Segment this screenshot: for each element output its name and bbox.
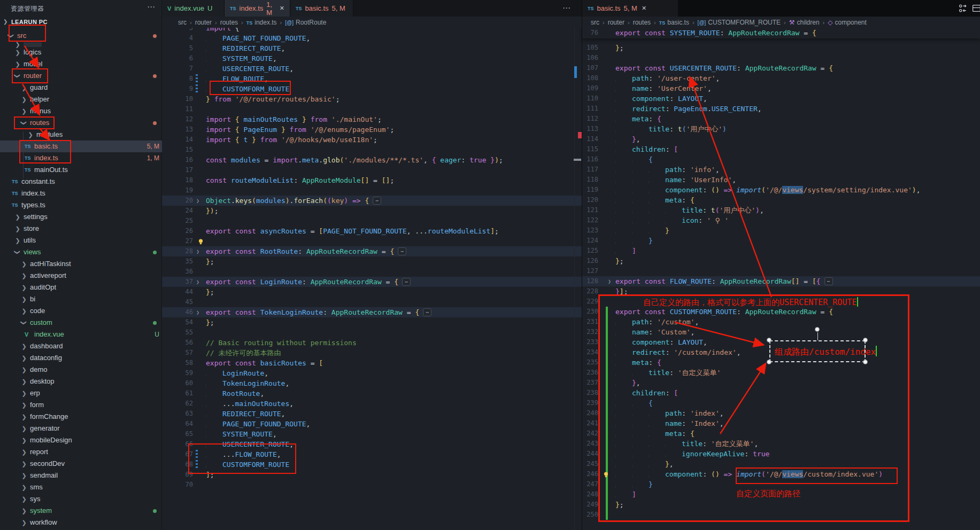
fold-chevron-icon[interactable]: ❯ — [196, 307, 199, 317]
sidebar-item-sys[interactable]: ❯sys — [0, 493, 162, 505]
code-line-65[interactable]: 65SYSTEM_ROUTE, — [162, 429, 582, 439]
code-line-19[interactable]: 19 — [162, 185, 582, 196]
code-line-110[interactable]: 110component: LAYOUT, — [582, 93, 980, 104]
code-line-7[interactable]: 7USERCENTER_ROUTE, — [162, 64, 582, 74]
code-line-17[interactable]: 17 — [162, 165, 582, 175]
code-line-64[interactable]: 64PAGE_NOT_FOUND_ROUTE, — [162, 419, 582, 429]
code-line-45[interactable]: 45 — [162, 297, 582, 307]
code-line-46[interactable]: 46❯export const TokenLoginRoute: AppRout… — [162, 307, 582, 317]
code-line-119[interactable]: 119component: () => import('/@/views/sys… — [582, 185, 980, 195]
sidebar-item-guard[interactable]: ❯guard — [0, 82, 162, 93]
sidebar-item-constant.ts[interactable]: TSconstant.ts — [0, 176, 162, 188]
code-line-16[interactable]: 16const modules = import.meta.glob('./mo… — [162, 155, 582, 165]
sidebar-item-generator[interactable]: ❯generator — [0, 423, 162, 434]
code-line-121[interactable]: 121title: t('用户中心'), — [582, 205, 980, 215]
code-line-44[interactable]: 44}; — [162, 287, 582, 297]
sidebar-item-types.ts[interactable]: TStypes.ts — [0, 199, 162, 211]
code-line-14[interactable]: 14import { t } from '/@/hooks/web/useI18… — [162, 135, 582, 145]
code-line-59[interactable]: 59LoginRoute, — [162, 368, 582, 378]
code-line-28[interactable]: 28❯export const RootRoute: AppRouteRecor… — [162, 246, 582, 256]
code-line-6[interactable]: 6SYSTEM_ROUTE, — [162, 53, 582, 64]
sidebar-item-desktop[interactable]: ❯desktop — [0, 376, 162, 387]
breadcrumb-item-children[interactable]: ⚒children — [789, 19, 820, 26]
breadcrumb-item-CUSTOMFORM_ROUTE[interactable]: [@]CUSTOMFORM_ROUTE — [698, 19, 781, 26]
sticky-scroll-line[interactable]: 76export const SYSTEM_ROUTE: AppRouteRec… — [582, 28, 980, 38]
resize-handle[interactable] — [863, 360, 868, 364]
code-line-107[interactable]: 107export const USERCENTER_ROUTE: AppRou… — [582, 63, 980, 73]
code-line-128[interactable]: 128❯export const FLOW_ROUTE: AppRouteRec… — [582, 276, 980, 286]
rotation-handle[interactable] — [815, 327, 820, 332]
code-line-54[interactable]: 54}; — [162, 317, 582, 328]
close-icon[interactable]: ✕ — [280, 5, 284, 12]
breadcrumb-item-RootRoute[interactable]: [@]RootRoute — [285, 19, 326, 26]
sidebar-item-mobileDesign[interactable]: ❯mobileDesign — [0, 434, 162, 446]
sidebar-item-bi[interactable]: ❯bi — [0, 293, 162, 305]
code-line-15[interactable]: 15 — [162, 145, 582, 155]
code-line-26[interactable]: 26export const asyncRoutes = [PAGE_NOT_F… — [162, 226, 582, 236]
code-line-112[interactable]: 112meta: { — [582, 114, 980, 124]
breadcrumb-item-src[interactable]: src — [591, 19, 599, 26]
code-line-113[interactable]: 113title: t('用户中心') — [582, 124, 980, 134]
sidebar-item-sendmail[interactable]: ❯sendmail — [0, 470, 162, 481]
breadcrumb-item-component[interactable]: ◇component — [828, 19, 867, 26]
resize-handle[interactable] — [767, 338, 771, 342]
sidebar-item-index.ts[interactable]: TSindex.ts — [0, 188, 162, 199]
code-line-106[interactable]: 106 — [582, 53, 980, 63]
sidebar-item-modules[interactable]: ❯modules — [0, 129, 162, 141]
folded-region-ellipsis[interactable]: ⋯ — [402, 278, 411, 286]
code-line-126[interactable]: 126}; — [582, 256, 980, 266]
resize-handle[interactable] — [767, 360, 771, 364]
sidebar-item-demo[interactable]: ❯demo — [0, 364, 162, 376]
breadcrumb-item-basic.ts[interactable]: TSbasic.ts — [659, 19, 689, 26]
tab-index.vue[interactable]: Vindex.vueU — [162, 0, 225, 17]
code-line-18[interactable]: 18const routeModuleList: AppRouteModule[… — [162, 175, 582, 185]
code-line-25[interactable]: 25 — [162, 216, 582, 226]
sidebar-item-activereport[interactable]: ❯activereport — [0, 270, 162, 282]
sidebar-item-menus[interactable]: ❯menus — [0, 105, 162, 117]
annotation-textbox[interactable] — [769, 340, 866, 362]
code-line-125[interactable]: 125] — [582, 246, 980, 256]
code-line-11[interactable]: 11 — [162, 104, 582, 114]
tab-basic.ts[interactable]: TSbasic.ts5, M✕ — [582, 0, 678, 17]
sidebar-item-logics[interactable]: ❯logics — [0, 46, 162, 58]
folded-region-ellipsis[interactable]: ⋯ — [423, 308, 431, 316]
code-line-76[interactable]: 76export const SYSTEM_ROUTE: AppRouteRec… — [582, 28, 980, 38]
resize-handle[interactable] — [863, 338, 868, 342]
lightbulb-icon[interactable] — [197, 238, 204, 245]
code-line-62[interactable]: 62...mainOutRoutes, — [162, 399, 582, 409]
sidebar-item-secondDev[interactable]: ❯secondDev — [0, 458, 162, 470]
fold-chevron-icon[interactable]: ❯ — [196, 196, 199, 206]
sidebar-item-custom[interactable]: ❯custom — [0, 317, 162, 329]
folded-region-ellipsis[interactable]: ⋯ — [398, 247, 406, 255]
code-line-60[interactable]: 60TokenLoginRoute, — [162, 378, 582, 388]
code-line-12[interactable]: 12import { mainOutRoutes } from './mainO… — [162, 114, 582, 124]
breadcrumb-item-routes[interactable]: routes — [220, 19, 238, 26]
editor-actions-more-icon[interactable]: ⋯ — [562, 3, 570, 13]
code-line-108[interactable]: 108path: '/user-center', — [582, 73, 980, 83]
sidebar-item-settings[interactable]: ❯settings — [0, 211, 162, 223]
breadcrumb-item-src[interactable]: src — [178, 19, 187, 26]
split-layout-icon[interactable] — [972, 4, 980, 13]
sidebar-item-erp[interactable]: ❯erp — [0, 387, 162, 399]
sidebar-item-actHiTaskinst[interactable]: ❯actHiTaskinst — [0, 258, 162, 270]
fold-chevron-icon[interactable]: ❯ — [608, 276, 611, 286]
code-line-109[interactable]: 109name: 'UserCenter', — [582, 83, 980, 93]
fold-chevron-icon[interactable]: ❯ — [196, 246, 199, 256]
code-line-123[interactable]: 123} — [582, 225, 980, 236]
code-line-124[interactable]: 124} — [582, 236, 980, 246]
sidebar-item-utils[interactable]: ❯utils — [0, 235, 162, 246]
code-line-111[interactable]: 111redirect: PageEnum.USER_CENTER, — [582, 104, 980, 114]
code-line-4[interactable]: 4PAGE_NOT_FOUND_ROUTE, — [162, 33, 582, 43]
code-line-27[interactable]: 27 — [162, 236, 582, 246]
code-line-37[interactable]: 37❯export const LoginRoute: AppRouteReco… — [162, 277, 582, 287]
sidebar-item-mainOut.ts[interactable]: TSmainOut.ts — [0, 164, 162, 176]
code-line-5[interactable]: 5REDIRECT_ROUTE, — [162, 43, 582, 53]
code-line-117[interactable]: 117path: 'info', — [582, 165, 980, 175]
sidebar-item-index.vue[interactable]: Vindex.vueU — [0, 329, 162, 340]
tab-basic.ts[interactable]: TSbasic.ts5, M — [290, 0, 353, 17]
code-line-105[interactable]: 105}; — [582, 43, 980, 53]
code-line-57[interactable]: 57// 未经许可的基本路由 — [162, 348, 582, 358]
breadcrumb-item-router[interactable]: router — [608, 19, 624, 26]
close-icon[interactable]: ✕ — [642, 5, 646, 12]
sidebar-item-helper[interactable]: ❯helper — [0, 93, 162, 105]
